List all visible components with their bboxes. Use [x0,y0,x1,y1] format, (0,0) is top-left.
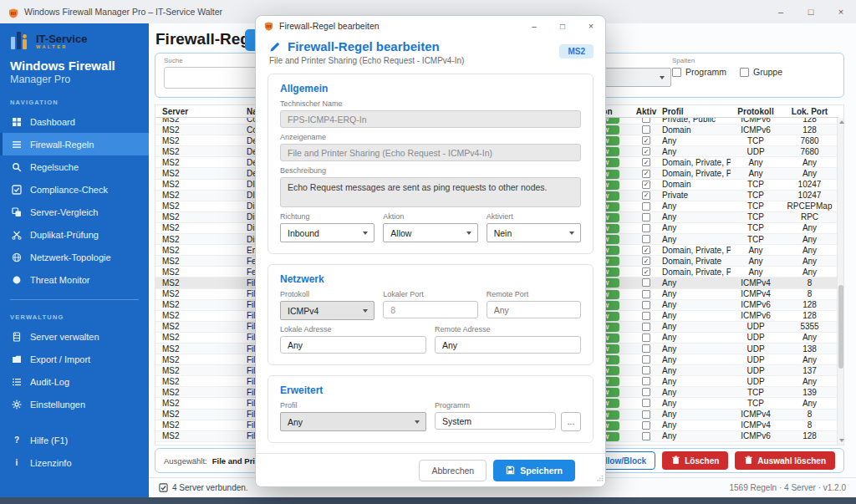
rule-active-checkbox[interactable] [642,366,650,374]
cell-server: MS2 [155,158,243,167]
cell-profil: Any [659,420,731,430]
rule-active-checkbox[interactable] [642,323,650,331]
rule-active-checkbox[interactable] [642,125,650,134]
direction-select[interactable]: Inbound [280,223,374,242]
cell-profil: Domain, Private, Public [659,169,731,178]
rule-active-checkbox[interactable] [642,312,650,320]
rule-active-checkbox[interactable]: ✓ [642,246,650,254]
window-maximize-button[interactable]: □ [796,0,826,23]
sidebar-item-label: Firewall-Regeln [30,140,94,150]
rule-active-checkbox[interactable] [642,344,650,353]
rule-active-checkbox[interactable] [642,290,650,298]
sidebar-item-hilfe-f1[interactable]: ?Hilfe (F1) [0,429,149,451]
rule-active-checkbox[interactable]: ✓ [642,267,650,276]
rule-active-checkbox[interactable] [642,235,650,243]
rule-active-checkbox[interactable]: ✓ [642,181,650,189]
rule-active-checkbox[interactable]: ✓ [642,191,650,200]
header-aktiv[interactable]: Aktiv [634,107,659,116]
window-minimize-button[interactable]: – [766,0,796,23]
cell-lok-port: 8 [781,278,838,288]
cell-lok-port: Any [781,377,838,386]
cancel-button[interactable]: Abbrechen [419,460,487,481]
dialog-minimize-button[interactable]: – [520,16,548,36]
enabled-select[interactable]: Nein [487,223,581,242]
cell-server: MS2 [155,201,243,211]
header-lok-port[interactable]: Lok. Port [781,107,838,116]
checkbox-icon[interactable] [672,68,681,77]
checkbox-icon[interactable] [740,68,749,77]
rule-active-checkbox[interactable] [642,301,650,309]
dialog-close-button[interactable]: × [577,16,605,36]
sidebar-item-einstellungen[interactable]: Einstellungen [0,393,149,415]
rule-active-checkbox[interactable]: ✓ [642,136,650,145]
sidebar-item-dashboard[interactable]: Dashboard [0,110,149,133]
local-port-input[interactable] [383,301,477,318]
cell-server: MS2 [155,377,243,386]
sidebar-item-server-verwalten[interactable]: Server verwalten [0,325,149,348]
cell-lok-port: 128 [781,431,838,440]
sidebar-item-threat-monitor[interactable]: Threat Monitor [0,268,149,291]
action-select[interactable]: Allow [383,223,477,242]
column-toggle-programm[interactable]: Programm [672,67,726,77]
protocol-value: ICMPv4 [288,306,318,316]
program-input[interactable] [435,412,556,430]
save-button[interactable]: Speichern [493,460,575,481]
sidebar-item-regelsuche[interactable]: Regelsuche [0,155,149,178]
chevron-down-icon [660,76,665,79]
sidebar-item-audit-log[interactable]: Audit-Log [0,370,149,393]
rule-active-checkbox[interactable] [642,399,650,407]
rule-active-checkbox[interactable] [642,202,650,211]
browse-button[interactable]: ... [561,412,581,431]
l-schen-button[interactable]: Löschen [662,451,728,470]
app-subtitle: Manager Pro [0,73,149,85]
scroll-up-icon[interactable] [839,120,844,124]
resize-grip[interactable] [597,470,604,485]
rule-active-checkbox[interactable] [642,410,650,419]
dialog-title: Firewall-Regel bearbeiten [288,39,440,53]
rule-active-checkbox[interactable] [642,355,650,364]
header-protokoll[interactable]: Protokoll [731,107,781,116]
rule-active-checkbox[interactable] [642,224,650,232]
header-profil[interactable]: Profil [659,107,731,116]
status-summary-text: 1569 Regeln · 4 Server · v1.2.0 [729,483,846,492]
local-address-input[interactable] [280,336,426,354]
sidebar-item-export-import[interactable]: Export / Import [0,348,149,370]
cell-server: MS2 [155,420,243,430]
header-server[interactable]: Server [155,107,243,116]
rule-active-checkbox[interactable] [642,432,650,440]
cell-protokoll: TCP [731,223,781,232]
table-scrollbar[interactable] [837,118,843,445]
rule-active-checkbox[interactable]: ✓ [642,158,650,166]
column-toggle-gruppe[interactable]: Gruppe [740,67,782,77]
remote-port-input[interactable] [487,301,581,318]
scroll-down-icon[interactable] [839,439,844,442]
rule-active-checkbox[interactable]: ✓ [642,170,650,178]
cell-protokoll: ICMPv6 [731,431,781,440]
rule-active-checkbox[interactable]: ✓ [642,147,650,155]
scrollbar-thumb[interactable] [838,285,843,369]
dialog-maximize-button[interactable]: □ [548,16,577,36]
sidebar-item-netzwerk-topologie[interactable]: Netzwerk-Topologie [0,246,149,268]
rule-active-checkbox[interactable] [642,278,650,287]
sidebar-item-lizenzinfo[interactable]: iLizenzinfo [0,451,149,474]
rule-active-checkbox[interactable] [642,388,650,396]
rule-active-checkbox[interactable] [642,213,650,221]
cell-aktiv [634,312,659,320]
sidebar-item-duplikat-pr-fung[interactable]: Duplikat-Prüfung [0,223,149,246]
rule-active-checkbox[interactable] [642,333,650,342]
rule-active-checkbox[interactable]: ✓ [642,257,650,265]
auswahl-l-schen-button[interactable]: Auswahl löschen [735,451,835,470]
window-close-button[interactable]: × [826,0,856,23]
rule-active-checkbox[interactable] [642,118,650,123]
sidebar-item-firewall-regeln[interactable]: Firewall-Regeln [0,133,149,155]
windows-taskbar[interactable] [0,497,856,504]
sidebar-item-server-vergleich[interactable]: Server-Vergleich [0,201,149,223]
cell-profil: Any [659,223,731,232]
field-label: Aktiviert [487,212,581,221]
rule-active-checkbox[interactable] [642,377,650,385]
remote-address-input[interactable] [435,336,581,354]
cell-server: MS2 [155,191,243,200]
cell-protokoll: UDP [731,147,781,156]
sidebar-item-compliance-check[interactable]: Compliance-Check [0,178,149,201]
rule-active-checkbox[interactable] [642,421,650,430]
